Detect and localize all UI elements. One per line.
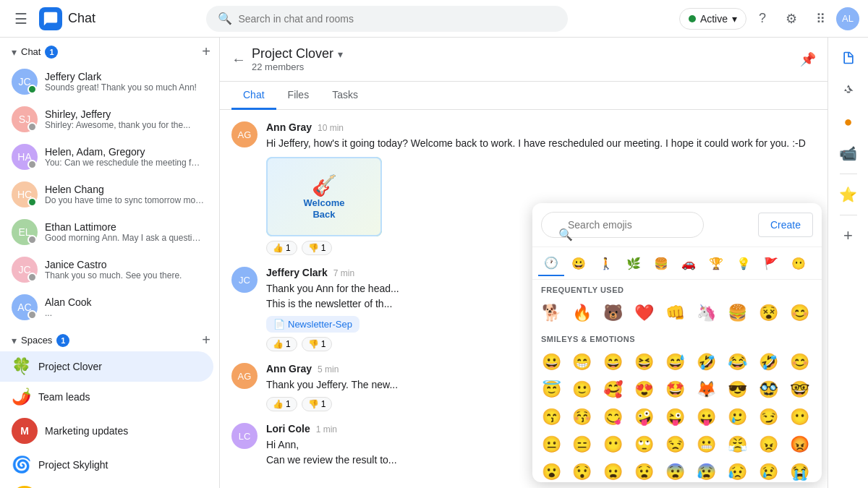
emoji-item[interactable]: 😙 [538, 404, 564, 430]
category-objects[interactable]: 💡 [731, 250, 757, 276]
emoji-item[interactable]: 😨 [663, 459, 689, 482]
emoji-item[interactable]: 😮 [538, 459, 564, 482]
space-list-item[interactable]: 🌀 Project Skylight [0, 450, 213, 480]
emoji-item[interactable]: 🥲 [724, 404, 750, 430]
category-symbols[interactable]: 🚩 [758, 250, 784, 276]
emoji-item[interactable]: 🍔 [724, 300, 750, 326]
emoji-item[interactable]: 😆 [631, 349, 658, 375]
drive-icon[interactable] [834, 75, 863, 104]
emoji-item[interactable]: 😛 [693, 404, 719, 430]
emoji-item[interactable]: 😁 [569, 349, 595, 375]
emoji-item[interactable]: 😡 [786, 432, 812, 458]
category-nature[interactable]: 🌿 [621, 250, 647, 276]
room-dropdown[interactable]: ▾ [338, 48, 343, 60]
status-button[interactable]: Active ▾ [679, 8, 746, 30]
emoji-item[interactable]: 🤣 [693, 349, 719, 375]
category-recent[interactable]: 🕐 [538, 250, 564, 276]
emoji-item[interactable]: 😒 [663, 432, 689, 458]
tab-files[interactable]: Files [276, 82, 321, 110]
emoji-item[interactable]: 😥 [724, 459, 750, 482]
emoji-item[interactable]: 😧 [631, 459, 658, 482]
emoji-item[interactable]: 😭 [786, 459, 812, 482]
tasks-icon[interactable]: ● [834, 107, 863, 136]
emoji-item[interactable]: 😑 [569, 432, 595, 458]
docs-icon[interactable] [834, 43, 863, 72]
back-button[interactable]: ← [231, 51, 246, 68]
reaction-thumbsup[interactable]: 👍1 [266, 337, 297, 351]
emoji-item[interactable]: 🤓 [786, 377, 812, 403]
space-list-item[interactable]: M Marketing updates [0, 412, 213, 450]
add-chat-button[interactable]: + [202, 43, 210, 60]
emoji-item[interactable]: 🦊 [693, 377, 719, 403]
reaction-thumbsdown[interactable]: 👎1 [302, 241, 333, 255]
apps-button[interactable]: ⠿ [807, 6, 833, 32]
chat-list-item[interactable]: EL Ethan Lattimore Good morning Ann. May… [0, 213, 213, 251]
space-list-item[interactable]: Y Yoga and Relaxation [0, 480, 213, 488]
emoji-item[interactable]: 😵 [755, 300, 781, 326]
emoji-item[interactable]: 😊 [786, 349, 812, 375]
emoji-item[interactable]: 🤪 [631, 404, 658, 430]
emoji-item[interactable]: 😅 [663, 349, 689, 375]
emoji-item[interactable]: 😍 [631, 377, 658, 403]
emoji-item[interactable]: 😇 [538, 377, 564, 403]
category-food[interactable]: 🍔 [648, 250, 674, 276]
emoji-item[interactable]: 😋 [600, 404, 626, 430]
emoji-item[interactable]: 🤩 [663, 377, 689, 403]
emoji-item[interactable]: 😦 [600, 459, 626, 482]
chat-list-item[interactable]: HA Helen, Adam, Gregory You: Can we resc… [0, 138, 213, 176]
emoji-item[interactable]: 🥸 [755, 377, 781, 403]
emoji-item[interactable]: 😰 [693, 459, 719, 482]
emoji-item[interactable]: 😀 [538, 349, 564, 375]
chat-list-item[interactable]: AC Alan Cook ... [0, 288, 213, 326]
add-space-button[interactable]: + [202, 332, 210, 348]
menu-icon[interactable]: ☰ [9, 4, 33, 33]
chat-list-item[interactable]: JC Jeffery Clark Sounds great! Thank you… [0, 63, 213, 100]
emoji-item[interactable]: 😢 [755, 459, 781, 482]
emoji-item[interactable]: 😠 [755, 432, 781, 458]
emoji-item[interactable]: 🤣 [755, 349, 781, 375]
search-bar[interactable]: 🔍 [206, 6, 568, 32]
category-smileys[interactable]: 😀 [566, 250, 592, 276]
space-list-item[interactable]: 🌶️ Team leads [0, 382, 213, 412]
emoji-item[interactable]: 😬 [693, 432, 719, 458]
emoji-item[interactable]: 😚 [569, 404, 595, 430]
emoji-item[interactable]: 😶 [600, 432, 626, 458]
emoji-item[interactable]: 🙄 [631, 432, 658, 458]
emoji-item[interactable]: 😤 [724, 432, 750, 458]
emoji-item[interactable]: 🔥 [569, 300, 595, 326]
emoji-item[interactable]: 😶 [786, 404, 812, 430]
reaction-thumbsdown[interactable]: 👎1 [302, 337, 333, 351]
chat-section-header[interactable]: ▾ Chat 1 + [0, 38, 219, 63]
emoji-item[interactable]: 😯 [569, 459, 595, 482]
emoji-item[interactable]: 🦄 [693, 300, 719, 326]
chat-list-item[interactable]: JC Janice Castro Thank you so much. See … [0, 251, 213, 288]
search-input[interactable] [238, 13, 556, 25]
emoji-item[interactable]: 🥰 [600, 377, 626, 403]
create-emoji-button[interactable]: Create [758, 213, 813, 237]
settings-button[interactable]: ⚙ [778, 6, 804, 32]
space-list-item[interactable]: 🍀 Project Clover [0, 351, 213, 382]
emoji-item[interactable]: 😊 [786, 300, 812, 326]
emoji-item[interactable]: 😎 [724, 377, 750, 403]
emoji-item[interactable]: 👊 [663, 300, 689, 326]
reaction-thumbsup[interactable]: 👍1 [266, 241, 297, 255]
emoji-item[interactable]: 😂 [724, 349, 750, 375]
emoji-item[interactable]: ❤️ [631, 300, 658, 326]
category-travel[interactable]: 🚗 [676, 250, 702, 276]
reaction-thumbsdown[interactable]: 👎1 [302, 397, 333, 411]
chat-list-item[interactable]: HC Helen Chang Do you have time to sync … [0, 176, 213, 213]
tab-tasks[interactable]: Tasks [320, 82, 370, 110]
emoji-item[interactable]: 😄 [600, 349, 626, 375]
spaces-section-header[interactable]: ▾ Spaces 1 + [0, 326, 219, 351]
star-icon[interactable]: ⭐ [834, 180, 863, 209]
meet-icon[interactable]: 📹 [834, 139, 863, 168]
help-button[interactable]: ? [749, 6, 775, 32]
category-activities[interactable]: 🏆 [703, 250, 729, 276]
newsletter-badge[interactable]: 📄 Newsletter-Sep [266, 316, 359, 333]
chat-list-item[interactable]: SJ Shirley, Jeffery Shirley: Awesome, th… [0, 100, 213, 138]
category-flags[interactable]: 😶 [786, 250, 812, 276]
emoji-item[interactable]: 😜 [663, 404, 689, 430]
user-avatar[interactable]: AL [836, 7, 859, 30]
emoji-item[interactable]: 🐻 [600, 300, 626, 326]
pin-icon[interactable]: 📌 [800, 51, 816, 67]
